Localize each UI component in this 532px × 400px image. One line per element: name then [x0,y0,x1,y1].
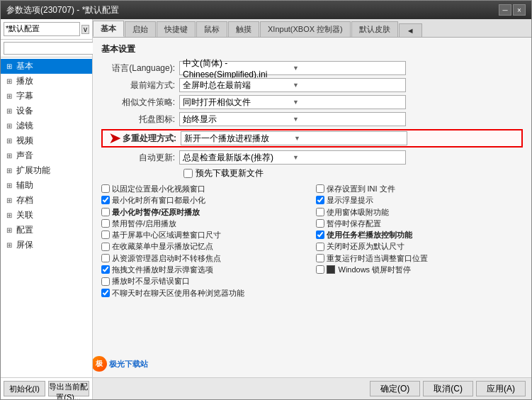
tree-expand-playback: ⊞ [6,77,15,85]
tree-item-assist[interactable]: ⊞辅助 [1,178,92,193]
dropdown-value-5: 总是检查最新版本(推荐) [183,152,293,164]
dropdown-arrow-2: ▼ [293,99,402,106]
checkbox-row-restore_pos: 重复运行时适当调整窗口位置 [316,253,523,263]
checkbox-use_window_absorb[interactable] [316,208,324,216]
tab-skin[interactable]: 默认皮肤 [351,21,398,37]
checkbox-no_focus_transfer[interactable] [101,254,110,262]
tree-item-device[interactable]: ⊞设备 [1,104,92,118]
settings-row-1: 最前端方式:全屏时总在最前端▼ [101,78,523,92]
tree-item-save[interactable]: ⊞存档 [1,193,92,208]
tab-more[interactable]: ◄ [399,23,422,37]
checkbox-row-no_focus_transfer: 从资源管理器启动时不转移焦点 [101,253,309,263]
tree-label-extend: 扩展功能 [16,165,50,177]
dropdown-value-3: 始终显示 [183,113,293,126]
tree-item-config[interactable]: ⊞配置 [1,223,92,238]
checkbox-screen_center[interactable] [101,230,110,239]
right-panel: 基本启始快捷键鼠标触摸XInput(XBOX 控制器)默认皮肤◄ 基本设置 语言… [93,19,531,399]
checkbox-use_taskbar_ctrl[interactable] [316,230,324,239]
config-select-arrow[interactable]: v [81,25,89,34]
tree-item-subtitle[interactable]: ⊞字幕 [1,89,92,104]
checkbox-label-disable_pause: 禁用暂停/启用播放 [112,218,176,228]
init-button[interactable]: 初始化(I) [4,381,45,396]
tree-menu: ⊞基本⊞播放⊞字幕⊞设备⊞滤镜⊞视频⊞声音⊞扩展功能⊞辅助⊞存档⊞关联⊞配置⊞屏… [1,57,92,377]
cancel-button[interactable]: 取消(C) [423,381,473,396]
checkbox-show_float[interactable] [316,196,324,204]
pre-download-checkbox[interactable] [183,169,193,178]
section-title: 基本设置 [101,43,523,55]
export-button[interactable]: 导出当前配置(S)... [48,381,90,396]
tree-item-audio[interactable]: ⊞声音 [1,148,92,163]
tree-item-screensaver[interactable]: ⊞屏保 [1,238,92,252]
tabs-container: 基本启始快捷键鼠标触摸XInput(XBOX 控制器)默认皮肤◄ [93,19,423,37]
apply-button[interactable]: 应用(A) [476,381,526,396]
checkbox-minimize_pause[interactable] [101,208,110,216]
tab-xinput[interactable]: XInput(XBOX 控制器) [260,21,351,37]
tree-label-playback: 播放 [16,75,33,87]
tabs-bar: 基本启始快捷键鼠标触摸XInput(XBOX 控制器)默认皮肤◄ [93,19,531,38]
tree-expand-subtitle: ⊞ [6,92,15,100]
tree-item-filter[interactable]: ⊞滤镜 [1,118,92,133]
checkbox-fix_pos[interactable] [101,184,110,193]
checkbox-temp_save[interactable] [316,219,324,228]
tree-label-filter: 滤镜 [16,120,33,132]
tab-start[interactable]: 启始 [125,21,156,37]
tree-expand-relate: ⊞ [6,211,15,219]
checkbox-browser_func[interactable] [101,289,110,297]
checkbox-label-screen_center: 基于屏幕中心区域调整窗口尺寸 [112,230,221,240]
minimize-button[interactable]: × [513,4,526,16]
search-input[interactable] [4,42,107,55]
tree-expand-filter: ⊞ [6,122,15,130]
dropdown-5[interactable]: 总是检查最新版本(推荐)▼ [179,150,406,165]
tree-label-subtitle: 字幕 [16,90,33,102]
dropdown-0[interactable]: 中文(简体) - Chinese(Simplified).ini▼ [179,61,406,75]
checkbox-label-use_taskbar_ctrl: 使用任务栏播放控制功能 [327,230,412,240]
tree-item-basic[interactable]: ⊞基本 [1,59,92,74]
checkbox-minimize_all[interactable] [101,196,110,204]
tree-expand-screensaver: ⊞ [6,241,15,249]
tree-expand-audio: ⊞ [6,152,15,160]
pre-download-label: 预先下载更新文件 [196,167,264,179]
tab-hotkey[interactable]: 快捷键 [157,21,196,37]
checkbox-no_error[interactable] [101,277,110,286]
dropdown-1[interactable]: 全屏时总在最前端▼ [179,78,406,92]
tab-mouse[interactable]: 鼠标 [196,21,227,37]
checkbox-row-use_taskbar_ctrl: 使用任务栏播放控制功能 [316,230,523,240]
dropdown-3[interactable]: 始终显示▼ [179,112,406,126]
checkbox-show_options[interactable] [101,265,110,274]
tree-item-video[interactable]: ⊞视频 [1,133,92,148]
checkbox-row-minimize_pause: 最小化时暂停/还原时播放 [101,207,309,217]
checkbox-save_ini[interactable] [316,184,324,193]
dropdown-value-0: 中文(简体) - Chinese(Simplified).ini [183,57,293,79]
dropdown-arrow-3: ▼ [293,116,402,123]
checkbox-disable_pause[interactable] [101,219,110,228]
checkbox-lock_pause[interactable] [316,265,324,274]
dropdown-arrow-0: ▼ [293,65,402,72]
settings-label-2: 相似文件策略: [101,96,179,109]
checkbox-show_recent[interactable] [101,243,110,251]
checkbox-label-close_restore_default: 关闭时还原为默认尺寸 [327,241,404,251]
title-controls: ─ × [499,4,526,16]
settings-row-0: 语言(Language):中文(简体) - Chinese(Simplified… [101,61,523,75]
ok-button[interactable]: 确定(O) [370,381,420,396]
tree-item-playback[interactable]: ⊞播放 [1,74,92,89]
settings-rows-container: 语言(Language):中文(简体) - Chinese(Simplified… [101,61,523,165]
dropdown-arrow-5: ▼ [293,154,402,161]
checkbox-label-save_ini: 保存设置到 INI 文件 [327,184,395,194]
tree-item-extend[interactable]: ⊞扩展功能 [1,163,92,178]
checkbox-row-screen_center: 基于屏幕中心区域调整窗口尺寸 [101,230,309,240]
tab-touch[interactable]: 触摸 [228,21,259,37]
config-select-box[interactable]: *默认配置 [4,22,80,36]
tree-expand-save: ⊞ [6,196,15,204]
dropdown-4[interactable]: 新开一个播放进程播放▼ [181,131,407,145]
tree-item-relate[interactable]: ⊞关联 [1,208,92,223]
windows-icon [327,265,335,274]
checkbox-row-fix_pos: 以固定位置最小化视频窗口 [101,184,309,194]
pin-button[interactable]: ─ [499,4,511,16]
checkbox-label-browser_func: 不聊天时在聊天区使用各种浏览器功能 [112,288,244,298]
checkbox-restore_pos[interactable] [316,254,324,262]
checkbox-close_restore_default[interactable] [316,243,324,251]
dropdown-arrow-4: ▼ [294,135,404,142]
dropdown-2[interactable]: 同时打开相似文件▼ [179,95,406,109]
tab-basic[interactable]: 基本 [93,21,124,37]
tree-label-audio: 声音 [16,150,33,162]
